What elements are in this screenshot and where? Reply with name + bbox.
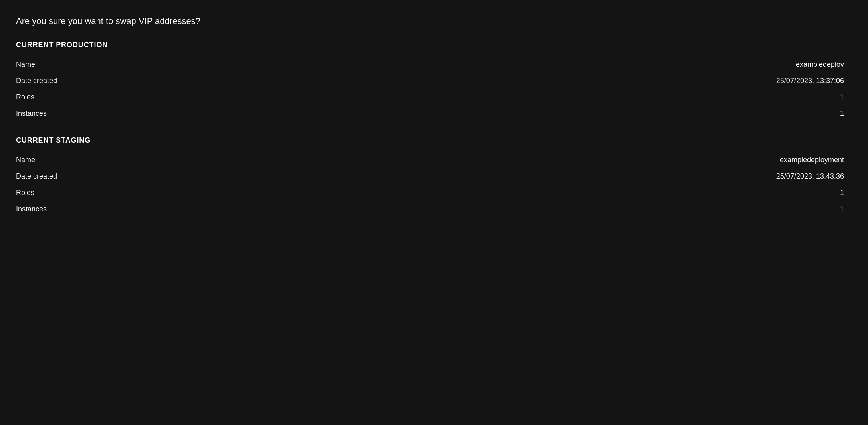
production-name-value: exampledeploy <box>796 60 852 69</box>
current-staging-section: CURRENT STAGING Name exampledeployment D… <box>16 136 852 217</box>
staging-roles-value: 1 <box>840 189 852 197</box>
staging-date-label: Date created <box>16 172 136 181</box>
staging-instances-row: Instances 1 <box>16 201 852 217</box>
staging-instances-label: Instances <box>16 205 136 213</box>
dialog-title: Are you sure you want to swap VIP addres… <box>16 16 852 26</box>
staging-roles-row: Roles 1 <box>16 185 852 201</box>
production-roles-row: Roles 1 <box>16 89 852 105</box>
production-name-row: Name exampledeploy <box>16 56 852 73</box>
production-instances-label: Instances <box>16 109 136 118</box>
production-instances-row: Instances 1 <box>16 105 852 122</box>
staging-date-value: 25/07/2023, 13:43:36 <box>776 172 852 181</box>
dialog-container: Are you sure you want to swap VIP addres… <box>16 16 852 217</box>
staging-roles-label: Roles <box>16 189 136 197</box>
production-date-row: Date created 25/07/2023, 13:37:06 <box>16 73 852 89</box>
staging-name-label: Name <box>16 156 136 164</box>
staging-name-row: Name exampledeployment <box>16 152 852 168</box>
current-staging-rows: Name exampledeployment Date created 25/0… <box>16 152 852 217</box>
production-date-label: Date created <box>16 77 136 85</box>
staging-date-row: Date created 25/07/2023, 13:43:36 <box>16 168 852 185</box>
production-roles-value: 1 <box>840 93 852 101</box>
staging-name-value: exampledeployment <box>780 156 852 164</box>
current-production-rows: Name exampledeploy Date created 25/07/20… <box>16 56 852 122</box>
current-staging-heading: CURRENT STAGING <box>16 136 852 145</box>
staging-instances-value: 1 <box>840 205 852 213</box>
current-production-section: CURRENT PRODUCTION Name exampledeploy Da… <box>16 41 852 122</box>
production-instances-value: 1 <box>840 109 852 118</box>
production-name-label: Name <box>16 60 136 69</box>
production-date-value: 25/07/2023, 13:37:06 <box>776 77 852 85</box>
current-production-heading: CURRENT PRODUCTION <box>16 41 852 49</box>
production-roles-label: Roles <box>16 93 136 101</box>
